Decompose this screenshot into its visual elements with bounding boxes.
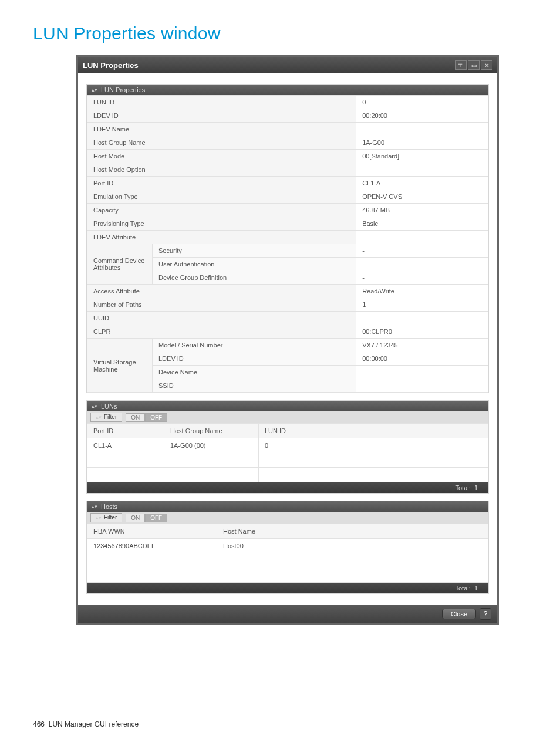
luns-total-bar: Total: 1	[87, 482, 488, 493]
label-host-group-name: Host Group Name	[87, 136, 356, 150]
table-row[interactable]: CL1-A 1A-G00 (00) 0	[87, 438, 488, 453]
label-command-device-attributes: Command Device Attributes	[87, 244, 153, 285]
label-capacity: Capacity	[87, 204, 356, 217]
value-uuid	[356, 312, 488, 325]
col-port-id[interactable]: Port ID	[87, 424, 164, 438]
label-host-mode-option: Host Mode Option	[87, 163, 356, 177]
value-security: -	[356, 244, 488, 258]
help-button[interactable]: ?	[480, 608, 491, 620]
col-lun-id[interactable]: LUN ID	[259, 424, 318, 438]
luns-section: ▴▾ LUNs ▴▾Filter ON OFF Port ID Host Gro…	[86, 400, 489, 494]
value-host-group-name: 1A-G00	[356, 136, 488, 150]
cell-port-id: CL1-A	[87, 438, 164, 453]
page-title: LUN Properties window	[33, 23, 560, 43]
table-row	[87, 468, 488, 482]
label-security: Security	[153, 244, 356, 258]
collapse-icon: ▴▾	[92, 403, 97, 409]
label-host-mode: Host Mode	[87, 150, 356, 163]
section-title: LUNs	[101, 403, 117, 410]
dialog-window: LUN Properties 〒 ▭ ✕ ▴▾ LUN Properties L…	[76, 55, 499, 625]
page-footer: 466 LUN Manager GUI reference	[33, 720, 139, 728]
value-port-id: CL1-A	[356, 177, 488, 190]
luns-filter-toggle[interactable]: ON OFF	[126, 413, 167, 422]
section-header-hosts[interactable]: ▴▾ Hosts	[87, 501, 488, 512]
section-header-luns[interactable]: ▴▾ LUNs	[87, 401, 488, 411]
label-clpr: CLPR	[87, 325, 356, 339]
hosts-section: ▴▾ Hosts ▴▾Filter ON OFF HBA WWN Host Na…	[86, 501, 489, 594]
col-hba-wwn[interactable]: HBA WWN	[87, 524, 217, 539]
table-row	[87, 453, 488, 468]
col-spacer	[318, 424, 488, 438]
toggle-off: OFF	[145, 514, 167, 522]
value-vsm-ldev-id: 00:00:00	[356, 352, 488, 366]
cell-host-name: Host00	[217, 539, 282, 553]
label-uuid: UUID	[87, 312, 356, 325]
value-ldev-id: 00:20:00	[356, 109, 488, 123]
value-ldev-attribute: -	[356, 231, 488, 244]
value-host-mode-option	[356, 163, 488, 177]
value-access-attribute: Read/Write	[356, 285, 488, 298]
close-button[interactable]: Close	[442, 609, 476, 619]
collapse-icon: ▴▾	[92, 504, 97, 509]
lun-properties-section: ▴▾ LUN Properties LUN ID0 LDEV ID00:20:0…	[86, 84, 489, 393]
label-vsm-ldev-id: LDEV ID	[153, 352, 356, 366]
value-clpr: 00:CLPR0	[356, 325, 488, 339]
label-vsm-ssid: SSID	[153, 379, 356, 393]
value-emulation-type: OPEN-V CVS	[356, 190, 488, 204]
cell-host-group-name: 1A-G00 (00)	[164, 438, 259, 453]
section-title: Hosts	[101, 503, 117, 510]
value-vsm-ssid	[356, 379, 488, 393]
table-row	[87, 568, 488, 583]
value-user-authentication: -	[356, 258, 488, 271]
window-titlebar: LUN Properties 〒 ▭ ✕	[78, 57, 497, 73]
label-virtual-storage-machine: Virtual Storage Machine	[87, 339, 153, 393]
titlebar-filter-icon[interactable]: 〒	[455, 60, 467, 70]
cell-hba-wwn: 1234567890ABCDEF	[87, 539, 217, 553]
window-title: LUN Properties	[83, 61, 139, 70]
value-model-serial: VX7 / 12345	[356, 339, 488, 352]
table-row[interactable]: 1234567890ABCDEF Host00	[87, 539, 488, 553]
label-model-serial: Model / Serial Number	[153, 339, 356, 352]
hosts-table: HBA WWN Host Name 1234567890ABCDEF Host0…	[87, 524, 488, 583]
label-device-group-definition: Device Group Definition	[153, 271, 356, 285]
value-lun-id: 0	[356, 96, 488, 109]
toggle-on: ON	[126, 514, 145, 522]
label-vsm-device-name: Device Name	[153, 366, 356, 379]
toggle-off: OFF	[145, 413, 167, 422]
value-host-mode: 00[Standard]	[356, 150, 488, 163]
section-title: LUN Properties	[101, 86, 145, 93]
value-device-group-definition: -	[356, 271, 488, 285]
titlebar-close-icon[interactable]: ✕	[481, 60, 492, 70]
label-ldev-attribute: LDEV Attribute	[87, 231, 356, 244]
label-number-of-paths: Number of Paths	[87, 298, 356, 312]
toggle-on: ON	[126, 413, 145, 422]
label-access-attribute: Access Attribute	[87, 285, 356, 298]
hosts-total-bar: Total: 1	[87, 583, 488, 593]
col-spacer	[282, 524, 488, 539]
value-ldev-name	[356, 123, 488, 136]
col-host-group-name[interactable]: Host Group Name	[164, 424, 259, 438]
label-ldev-id: LDEV ID	[87, 109, 356, 123]
label-emulation-type: Emulation Type	[87, 190, 356, 204]
hosts-filter-toggle[interactable]: ON OFF	[126, 514, 167, 522]
dialog-footer: Close ?	[78, 605, 497, 623]
value-provisioning-type: Basic	[356, 217, 488, 231]
titlebar-restore-icon[interactable]: ▭	[468, 60, 480, 70]
label-provisioning-type: Provisioning Type	[87, 217, 356, 231]
luns-table: Port ID Host Group Name LUN ID CL1-A 1A-…	[87, 423, 488, 482]
table-row	[87, 553, 488, 568]
label-ldev-name: LDEV Name	[87, 123, 356, 136]
label-lun-id: LUN ID	[87, 96, 356, 109]
collapse-icon: ▴▾	[92, 87, 97, 93]
value-capacity: 46.87 MB	[356, 204, 488, 217]
section-header-lun-properties[interactable]: ▴▾ LUN Properties	[87, 85, 488, 95]
luns-filter-button[interactable]: ▴▾Filter	[90, 413, 122, 422]
value-number-of-paths: 1	[356, 298, 488, 312]
cell-lun-id: 0	[259, 438, 318, 453]
hosts-filter-button[interactable]: ▴▾Filter	[90, 513, 122, 522]
properties-table: LUN ID0 LDEV ID00:20:00 LDEV Name Host G…	[87, 95, 488, 393]
col-host-name[interactable]: Host Name	[217, 524, 282, 539]
label-user-authentication: User Authentication	[153, 258, 356, 271]
value-vsm-device-name	[356, 366, 488, 379]
label-port-id: Port ID	[87, 177, 356, 190]
